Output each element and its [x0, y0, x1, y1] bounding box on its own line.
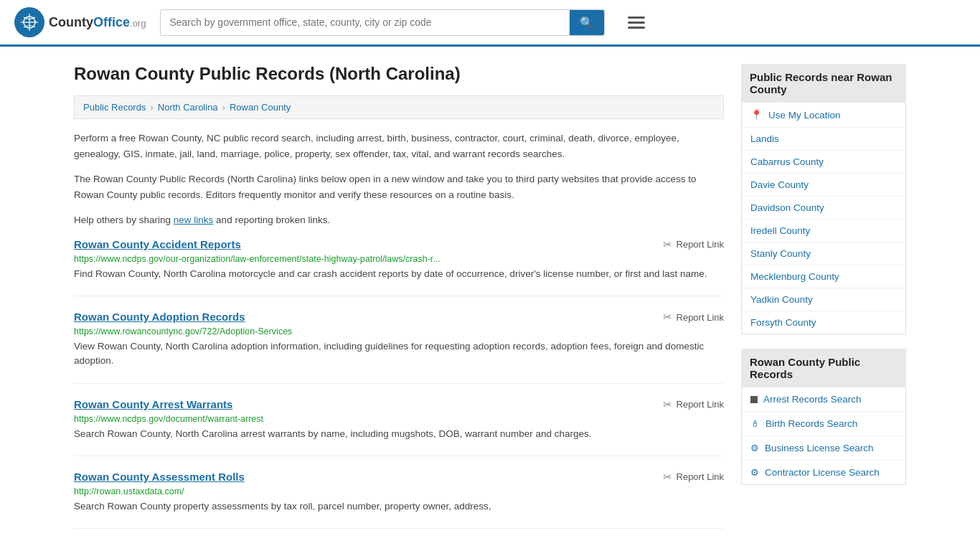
menu-line: [628, 17, 645, 19]
sidebar-nearby-items: Landis Cabarrus County Davie County Davi…: [742, 128, 905, 334]
sidebar: Public Records near Rowan County 📍 Use M…: [741, 64, 906, 543]
record-description: View Rowan County, North Carolina adopti…: [74, 339, 724, 369]
sidebar-nearby-stanly[interactable]: Stanly County: [742, 242, 905, 265]
sidebar-nearby-mecklenburg[interactable]: Mecklenburg County: [742, 265, 905, 288]
page-container: Rowan County Public Records (North Carol…: [60, 47, 920, 551]
report-link-label: Report Link: [677, 399, 724, 410]
new-links-link[interactable]: new links: [174, 215, 214, 225]
sidebar-record-birth: 🕯 Birth Records Search: [742, 412, 905, 436]
record-header: Rowan County Assessment Rolls ✂ Report L…: [74, 471, 724, 484]
birth-records-search-link[interactable]: 🕯 Birth Records Search: [742, 412, 905, 435]
record-title-accident-reports[interactable]: Rowan County Accident Reports: [74, 238, 241, 250]
sidebar-nearby-title: Public Records near Rowan County: [741, 64, 906, 103]
record-title-adoption-records[interactable]: Rowan County Adoption Records: [74, 311, 245, 323]
record-description: Search Rowan County property assessments…: [74, 499, 724, 514]
contractor-license-search-link[interactable]: ⚙ Contractor License Search: [742, 461, 905, 484]
sidebar-nearby-cabarrus[interactable]: Cabarrus County: [742, 151, 905, 174]
sidebar-nearby-landis[interactable]: Landis: [742, 128, 905, 151]
logo-icon: [14, 7, 44, 37]
contractor-license-label: Contractor License Search: [765, 467, 880, 478]
sidebar-records-section: Rowan County Public Records Arrest Recor…: [741, 349, 906, 485]
record-url: http://rowan.ustaxdata.com/: [74, 486, 724, 496]
description-3: Help others by sharing new links and rep…: [74, 212, 724, 228]
report-link-label: Report Link: [677, 312, 724, 323]
record-header: Rowan County Accident Reports ✂ Report L…: [74, 238, 724, 251]
search-button[interactable]: 🔍: [570, 10, 604, 35]
record-entry: Rowan County Assessment Rolls ✂ Report L…: [74, 471, 724, 529]
sidebar-nearby-iredell[interactable]: Iredell County: [742, 220, 905, 242]
record-description: Search Rowan County, North Carolina arre…: [74, 427, 724, 441]
breadcrumb-rowan-county[interactable]: Rowan County: [230, 102, 291, 113]
arrest-records-label: Arrest Records Search: [763, 394, 862, 405]
breadcrumb-sep: ›: [150, 102, 153, 113]
menu-button[interactable]: [625, 14, 648, 32]
search-icon: 🔍: [580, 17, 594, 29]
scissors-icon: ✂: [663, 471, 672, 484]
report-link-button[interactable]: ✂ Report Link: [663, 398, 724, 411]
use-my-location-label: Use My Location: [768, 110, 841, 121]
description-3-suffix: and reporting broken links.: [213, 215, 330, 225]
birth-records-label: Birth Records Search: [765, 418, 857, 429]
record-title-assessment-rolls[interactable]: Rowan County Assessment Rolls: [74, 471, 245, 483]
record-header: Rowan County Adoption Records ✂ Report L…: [74, 311, 724, 324]
use-my-location-link[interactable]: 📍 Use My Location: [742, 103, 905, 127]
gear-icon: ⚙: [750, 467, 759, 478]
record-url: https://www.ncdps.gov/document/warrant-a…: [74, 414, 724, 424]
sidebar-nearby-davie[interactable]: Davie County: [742, 174, 905, 197]
description-3-prefix: Help others by sharing: [74, 215, 174, 225]
report-link-label: Report Link: [677, 239, 724, 250]
main-content: Rowan County Public Records (North Carol…: [74, 64, 724, 543]
sidebar-nearby-section: Public Records near Rowan County 📍 Use M…: [741, 64, 906, 334]
search-bar: 🔍: [160, 9, 605, 36]
record-entry: Rowan County Adoption Records ✂ Report L…: [74, 311, 724, 384]
breadcrumb: Public Records › North Carolina › Rowan …: [74, 95, 724, 119]
scissors-icon: ✂: [663, 398, 672, 411]
record-header: Rowan County Arrest Warrants ✂ Report Li…: [74, 398, 724, 411]
search-input[interactable]: [161, 10, 570, 35]
breadcrumb-sep: ›: [222, 102, 225, 113]
description-1: Perform a free Rowan County, NC public r…: [74, 131, 724, 161]
arrest-icon: [750, 396, 758, 403]
records-list: Rowan County Accident Reports ✂ Report L…: [74, 238, 724, 529]
report-link-button[interactable]: ✂ Report Link: [663, 238, 724, 251]
breadcrumb-public-records[interactable]: Public Records: [83, 102, 146, 113]
report-link-button[interactable]: ✂ Report Link: [663, 471, 724, 484]
location-icon: 📍: [750, 109, 763, 121]
sidebar-record-business: ⚙ Business License Search: [742, 436, 905, 461]
description-2: The Rowan County Public Records (North C…: [74, 171, 724, 202]
menu-line: [628, 27, 645, 29]
report-link-button[interactable]: ✂ Report Link: [663, 311, 724, 324]
header: CountyOffice.org 🔍: [0, 0, 980, 47]
sidebar-record-arrest: Arrest Records Search: [742, 387, 905, 412]
sidebar-records-list: Arrest Records Search 🕯 Birth Records Se…: [741, 387, 906, 485]
record-url: https://www.ncdps.gov/our-organization/l…: [74, 254, 724, 264]
report-link-label: Report Link: [677, 471, 724, 482]
sidebar-nearby-forsyth[interactable]: Forsyth County: [742, 311, 905, 334]
sidebar-records-title: Rowan County Public Records: [741, 349, 906, 387]
logo-link[interactable]: CountyOffice.org: [14, 7, 146, 37]
birth-icon: 🕯: [750, 418, 760, 429]
scissors-icon: ✂: [663, 238, 672, 251]
sidebar-nearby-list: 📍 Use My Location Landis Cabarrus County…: [741, 103, 906, 334]
scissors-icon: ✂: [663, 311, 672, 324]
sidebar-record-contractor: ⚙ Contractor License Search: [742, 461, 905, 484]
gear-icon: ⚙: [750, 443, 759, 453]
sidebar-location-item: 📍 Use My Location: [742, 103, 905, 128]
sidebar-nearby-yadkin[interactable]: Yadkin County: [742, 288, 905, 311]
record-title-arrest-warrants[interactable]: Rowan County Arrest Warrants: [74, 398, 232, 410]
record-entry: Rowan County Arrest Warrants ✂ Report Li…: [74, 398, 724, 456]
record-entry: Rowan County Accident Reports ✂ Report L…: [74, 238, 724, 296]
record-url: https://www.rowancountync.gov/722/Adopti…: [74, 326, 724, 336]
business-license-search-link[interactable]: ⚙ Business License Search: [742, 436, 905, 460]
record-description: Find Rowan County, North Carolina motorc…: [74, 267, 724, 281]
menu-line: [628, 22, 645, 24]
business-license-label: Business License Search: [765, 443, 874, 453]
logo-text: CountyOffice.org: [49, 15, 146, 30]
sidebar-nearby-davidson[interactable]: Davidson County: [742, 197, 905, 220]
breadcrumb-north-carolina[interactable]: North Carolina: [158, 102, 218, 113]
page-title: Rowan County Public Records (North Carol…: [74, 64, 724, 84]
arrest-records-search-link[interactable]: Arrest Records Search: [742, 387, 905, 411]
